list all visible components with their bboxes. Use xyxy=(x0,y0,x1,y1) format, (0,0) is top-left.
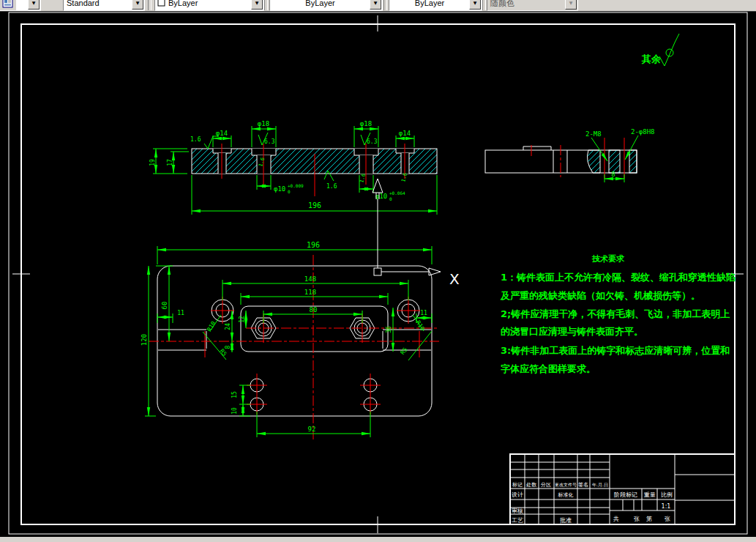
leader-2-dia8H8: 2-φ8H8 xyxy=(631,128,655,136)
text-style-select[interactable]: Standard ▼ xyxy=(63,0,145,11)
dim-196-plan: 196 xyxy=(307,241,320,249)
plotstyle-select: 随颜色 ▼ xyxy=(487,0,578,11)
tb-stage-mark: 阶段标记 xyxy=(614,491,637,498)
dim-8: 8 xyxy=(611,171,615,178)
tb-process: 工艺 xyxy=(512,517,523,524)
tb-sheet2: 张 xyxy=(665,516,670,522)
layers-icon xyxy=(0,0,16,10)
tb-standardize: 标准化 xyxy=(558,492,574,498)
technical-requirements: 技术要求 1：铸件表面上不允许有冷隔、裂纹、缩孔和穿透性缺陷 及严重的残缺类缺陷… xyxy=(500,254,736,374)
dim-dia10-right-tol-upper: +0.064 xyxy=(389,190,405,196)
toolbar-separator xyxy=(383,0,387,10)
linetype-value: ByLayer xyxy=(270,0,370,10)
dim-19: 19 xyxy=(149,159,156,166)
dim-12: 12 xyxy=(239,316,245,323)
leader-R5-right: R5 xyxy=(400,346,409,356)
color-value: ByLayer xyxy=(168,0,198,10)
pickbox xyxy=(374,268,381,275)
dim-80: 80 xyxy=(310,306,318,313)
tech-line-3: 2;铸件应清理干净，不得有毛刺、飞边，非加工表明上 xyxy=(501,308,730,319)
tech-title: 技术要求 xyxy=(591,254,625,264)
roughness-16-mid: 1.6 xyxy=(326,183,337,190)
dim-11-right: 11 xyxy=(420,310,427,316)
tb-count: 处数 xyxy=(526,482,537,488)
plotstyle-value: 随颜色 xyxy=(490,0,514,10)
tb-weight: 重量 xyxy=(643,491,656,498)
dim-dia18-right: φ18 xyxy=(360,120,372,127)
tech-line-2: 及严重的残缺类缺陷（如欠铸、机械损伤等）。 xyxy=(500,290,700,301)
dim-11-left: 11 xyxy=(177,310,184,316)
color-swatch-icon xyxy=(157,0,166,10)
chevron-down-icon[interactable]: ▼ xyxy=(251,0,263,10)
toolbar-separator xyxy=(264,0,268,10)
dim-118: 118 xyxy=(304,289,316,296)
dim-120: 120 xyxy=(141,334,148,346)
section-label-X: X xyxy=(449,270,460,288)
text-style-value: Standard xyxy=(67,0,100,10)
color-select[interactable]: ByLayer ▼ xyxy=(154,0,264,11)
chevron-down-icon: ▼ xyxy=(565,0,577,10)
leader-2-M8: 2-M8 xyxy=(585,130,602,138)
dim-dia18-left: φ18 xyxy=(258,120,269,127)
leader-R10-right: R10 xyxy=(414,319,425,332)
dim-8-plan: 8 xyxy=(225,345,231,349)
section-view: φ14 φ18 6.3 φ18 6.3 φ14 1.6 19 xyxy=(149,120,437,215)
application-window: ▼ Standard ▼ ByLayer ▼ ByLayer ▼ xyxy=(0,0,756,542)
linetype-select[interactable]: ByLayer ▼ xyxy=(269,0,383,11)
tech-line-4: 的浇冒口应清理与铸件表面齐平。 xyxy=(501,326,643,337)
tb-approve: 批准 xyxy=(560,517,572,524)
dim-148: 148 xyxy=(304,275,316,283)
drawing-canvas[interactable]: 其余 xyxy=(0,0,756,542)
chevron-down-icon[interactable]: ▼ xyxy=(469,0,481,10)
dim-dia10-right: φ10 xyxy=(375,193,387,200)
tb-scale: 比例 xyxy=(661,491,673,498)
dim-60: 60 xyxy=(161,302,168,310)
tb-signature: 签名 xyxy=(578,482,588,488)
roughness-circle-icon xyxy=(666,49,673,56)
tb-date: 年.月.日 xyxy=(592,482,608,488)
tb-no: 第 xyxy=(646,516,652,522)
dim-17: 17 xyxy=(167,159,173,166)
leader-R10-left: R10 xyxy=(206,320,217,333)
roughness-63-right: 6.3 xyxy=(367,138,378,145)
plan-view: 196 148 118 80 60 120 11 xyxy=(141,241,439,439)
dim-92: 92 xyxy=(308,426,316,433)
title-block: 标记 处数 分区 更改文件号 签名 年.月.日 设计 标准化 审核 工艺 批准 … xyxy=(510,454,735,524)
dim-15: 15 xyxy=(231,391,238,398)
lineweight-value: ByLayer xyxy=(389,0,470,10)
tech-line-1: 1：铸件表面上不允许有冷隔、裂纹、缩孔和穿透性缺陷 xyxy=(501,272,736,283)
dim-dia10-right-tol-lower: 0 xyxy=(389,196,392,201)
properties-toolbar: ▼ Standard ▼ ByLayer ▼ ByLayer ▼ xyxy=(0,0,756,12)
tb-sheets: 张 xyxy=(634,516,640,522)
dim-dia10-left-tol-upper: +0.009 xyxy=(288,183,304,188)
side-view: 2-M8 2-φ8H8 8 xyxy=(485,128,655,182)
dim-24: 24 xyxy=(225,323,231,330)
dim-dia10-left-tol-lower: 0 xyxy=(288,189,291,194)
status-strip xyxy=(0,537,756,542)
surface-finish-note: 其余 xyxy=(641,34,679,66)
dim-dia14-right: φ14 xyxy=(399,130,411,137)
dim-dia10-left: φ10 xyxy=(274,185,285,193)
chevron-down-icon[interactable]: ▼ xyxy=(28,0,40,10)
tb-change-file: 更改文件号 xyxy=(555,482,577,487)
roughness-check-icon xyxy=(659,34,679,66)
dim-196-section: 196 xyxy=(308,201,321,209)
chevron-down-icon[interactable]: ▼ xyxy=(370,0,381,10)
tb-scale-value: 1:1 xyxy=(662,503,671,510)
tech-line-5: 3:铸件非加工表面上的铸字和标志应清晰可辨，位置和 xyxy=(501,345,730,356)
dim-36: 36 xyxy=(386,326,392,333)
roughness-16-top: 1.6 xyxy=(190,136,201,143)
tb-design: 设计 xyxy=(512,491,523,498)
dim-10: 10 xyxy=(231,407,238,415)
toolbar-separator xyxy=(148,0,151,10)
style-toolbar-icon[interactable] xyxy=(0,0,16,10)
roughness-63-left: 6.3 xyxy=(264,138,275,145)
tb-total: 共 xyxy=(613,516,619,522)
surplus-label: 其余 xyxy=(641,53,662,64)
plan-centerlines xyxy=(149,255,439,439)
chevron-down-icon[interactable]: ▼ xyxy=(132,0,143,10)
tb-review: 审核 xyxy=(512,508,523,514)
lineweight-select[interactable]: ByLayer ▼ xyxy=(389,0,482,11)
toolbar-separator xyxy=(482,0,486,10)
tech-line-6: 字体应符合图样要求。 xyxy=(501,363,596,374)
